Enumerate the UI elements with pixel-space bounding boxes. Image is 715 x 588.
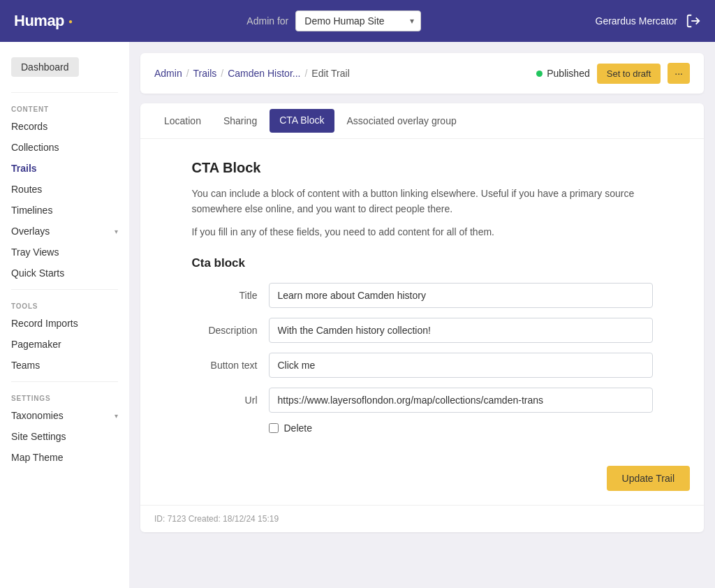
breadcrumb-sep-2: /: [221, 68, 223, 79]
breadcrumb-bar: Admin / Trails / Camden Histor... / Edit…: [140, 53, 704, 94]
breadcrumb-admin[interactable]: Admin: [154, 68, 182, 79]
sidebar-item-pagemaker[interactable]: Pagemaker: [0, 334, 129, 355]
logo-area: Humap ●: [14, 12, 73, 30]
url-label: Url: [192, 395, 269, 406]
tab-sharing[interactable]: Sharing: [214, 105, 267, 138]
form-title: CTA Block: [192, 160, 653, 176]
sidebar-item-overlays[interactable]: Overlays ▾: [0, 221, 129, 242]
sidebar-item-record-imports[interactable]: Record Imports: [0, 313, 129, 334]
title-input[interactable]: [269, 283, 653, 308]
published-badge: Published: [536, 68, 590, 79]
sidebar-item-timelines[interactable]: Timelines: [0, 200, 129, 221]
header: Humap ● Admin for Demo Humap Site Gerard…: [0, 0, 715, 42]
form-area: CTA Block You can include a block of con…: [178, 139, 667, 455]
main-content: Admin / Trails / Camden Histor... / Edit…: [129, 42, 715, 588]
button-text-label: Button text: [192, 360, 269, 371]
tools-section-label: TOOLS: [0, 295, 129, 313]
published-dot-icon: [536, 71, 543, 77]
admin-for-label: Admin for: [246, 15, 288, 27]
sidebar-item-routes[interactable]: Routes: [0, 179, 129, 200]
breadcrumb: Admin / Trails / Camden Histor... / Edit…: [154, 68, 350, 79]
breadcrumb-sep-3: /: [304, 68, 307, 79]
sidebar: Dashboard CONTENT Records Collections Tr…: [0, 42, 129, 588]
breadcrumb-actions: Published Set to draft ···: [536, 63, 690, 84]
divider-3: [11, 381, 118, 382]
content-panel: Location Sharing CTA Block Associated ov…: [140, 103, 704, 532]
logo-dot: ●: [68, 17, 73, 25]
set-to-draft-button[interactable]: Set to draft: [597, 64, 661, 84]
tab-overlay-group[interactable]: Associated overlay group: [337, 105, 466, 138]
sidebar-item-collections[interactable]: Collections: [0, 137, 129, 158]
tab-cta-block[interactable]: CTA Block: [270, 109, 334, 133]
divider-2: [11, 289, 118, 290]
breadcrumb-sep-1: /: [186, 68, 189, 79]
form-description: You can include a block of content with …: [192, 186, 653, 217]
logo-text: Humap: [14, 12, 64, 30]
header-center: Admin for Demo Humap Site: [246, 10, 421, 31]
sidebar-item-quick-starts[interactable]: Quick Starts: [0, 263, 129, 284]
url-input[interactable]: [269, 388, 653, 413]
sidebar-item-site-settings[interactable]: Site Settings: [0, 426, 129, 447]
breadcrumb-trails[interactable]: Trails: [193, 68, 217, 79]
content-section-label: CONTENT: [0, 98, 129, 116]
dashboard-button[interactable]: Dashboard: [11, 57, 79, 77]
breadcrumb-current: Edit Trail: [311, 68, 349, 79]
delete-checkbox[interactable]: [269, 423, 279, 433]
title-label: Title: [192, 290, 269, 301]
taxonomies-arrow-icon: ▾: [115, 412, 118, 420]
sidebar-item-trails[interactable]: Trails: [0, 158, 129, 179]
header-right: Gerardus Mercator: [596, 13, 701, 29]
title-row: Title: [192, 283, 653, 308]
divider-1: [11, 92, 118, 93]
sidebar-dashboard-area: Dashboard: [0, 53, 129, 87]
url-row: Url: [192, 388, 653, 413]
panel-footer: ID: 7123 Created: 18/12/24 15:19: [140, 505, 704, 532]
sidebar-item-records[interactable]: Records: [0, 116, 129, 137]
section-title: Cta block: [192, 256, 653, 270]
more-options-button[interactable]: ···: [668, 63, 690, 84]
update-trail-button[interactable]: Update Trail: [607, 466, 690, 491]
site-select[interactable]: Demo Humap Site: [295, 10, 421, 31]
form-actions: Update Trail: [140, 455, 704, 505]
tab-location[interactable]: Location: [154, 105, 211, 138]
overlays-arrow-icon: ▾: [115, 228, 118, 235]
logout-button[interactable]: [686, 13, 701, 29]
settings-section-label: SETTINGS: [0, 388, 129, 405]
breadcrumb-camden[interactable]: Camden Histor...: [228, 68, 300, 79]
tab-bar: Location Sharing CTA Block Associated ov…: [140, 103, 704, 139]
footer-info: ID: 7123 Created: 18/12/24 15:19: [154, 514, 279, 524]
description-row: Description: [192, 318, 653, 343]
sidebar-item-tray-views[interactable]: Tray Views: [0, 242, 129, 263]
user-name: Gerardus Mercator: [596, 15, 677, 27]
form-note: If you fill in any of these fields, you …: [192, 224, 653, 240]
button-text-input[interactable]: [269, 353, 653, 378]
sidebar-item-taxonomies[interactable]: Taxonomies ▾: [0, 405, 129, 426]
published-label: Published: [547, 68, 590, 79]
delete-row: Delete: [269, 422, 653, 434]
layout: Dashboard CONTENT Records Collections Tr…: [0, 42, 715, 588]
site-select-wrapper[interactable]: Demo Humap Site: [295, 10, 421, 31]
sidebar-item-teams[interactable]: Teams: [0, 355, 129, 376]
sidebar-item-map-theme[interactable]: Map Theme: [0, 447, 129, 468]
button-text-row: Button text: [192, 353, 653, 378]
delete-label: Delete: [284, 422, 312, 434]
description-label: Description: [192, 325, 269, 336]
description-input[interactable]: [269, 318, 653, 343]
